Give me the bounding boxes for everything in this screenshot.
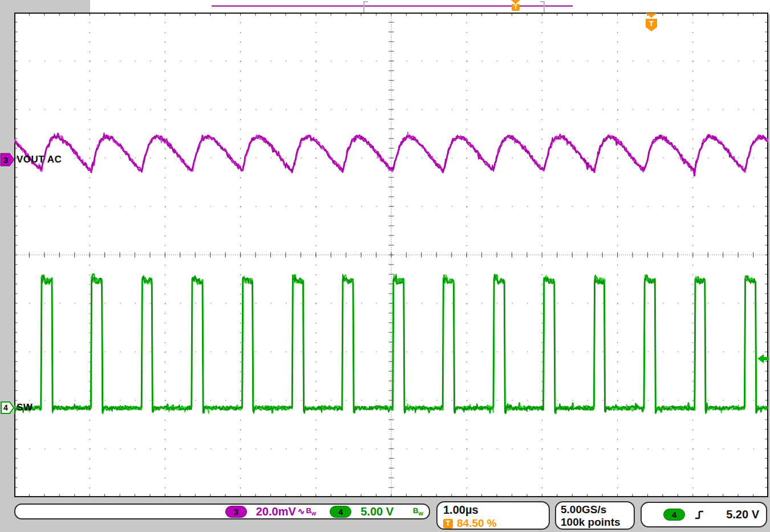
ch3-bandwidth-icon: BW [306, 506, 316, 517]
trigger-level-arrow-icon [757, 354, 769, 363]
ch4-marker-number: 4 [3, 403, 8, 412]
ch3-position-marker[interactable]: 3 [0, 153, 15, 167]
record-trigger-triangle-icon [511, 0, 520, 4]
rising-edge-icon [693, 509, 706, 521]
ch3-trace [14, 133, 768, 173]
window-start-bracket[interactable] [363, 1, 368, 14]
trigger-position-percent: 84.50 % [457, 517, 497, 530]
waveforms [14, 13, 768, 497]
time-per-div: 1.00µs [443, 503, 543, 517]
trigger-level: 5.20 V [726, 508, 759, 521]
graticule [14, 13, 768, 497]
window-end-bracket[interactable] [540, 1, 545, 14]
horizontal-readout-box[interactable]: 1.00µs T 84.50 % [436, 501, 550, 530]
ch4-trace-label: SW [17, 402, 33, 413]
trigger-t-badge-icon: T [443, 519, 453, 529]
ch3-badge[interactable]: 3 [225, 506, 247, 518]
trigger-readout-box[interactable]: 4 5.20 V [641, 502, 767, 527]
acquisition-readout-box[interactable]: 5.00GS/s 100k points [555, 501, 635, 530]
trigger-level-arrow[interactable] [756, 353, 770, 364]
ch4-badge[interactable]: 4 [330, 506, 351, 518]
record-trigger-t-icon: T [512, 4, 520, 11]
ch4-bandwidth-icon: BW [413, 506, 423, 517]
ac-coupling-icon: ∿ [298, 506, 305, 517]
oscilloscope-screen: { "colors":{"magenta":"#c000c0","green":… [0, 0, 770, 532]
ch3-trace [14, 132, 768, 173]
trigger-position-flag[interactable]: T [646, 13, 657, 31]
trigger-flag-triangle-icon [646, 13, 657, 18]
ch4-position-marker[interactable]: 4 [0, 401, 15, 415]
sample-rate: 5.00GS/s [561, 503, 629, 516]
ch3-trace-label: VOUT AC [17, 154, 62, 165]
ch3-marker-number: 3 [3, 155, 8, 165]
record-trigger-marker[interactable]: T [511, 0, 520, 11]
trigger-source-badge[interactable]: 4 [663, 509, 685, 521]
record-length: 100k points [561, 516, 629, 529]
ch3-scale: 20.0mV [256, 505, 296, 518]
trigger-flag-t-icon: T [646, 19, 657, 31]
channel-readouts-box[interactable]: 3 20.0mV ∿ BW 4 5.00 V BW [14, 503, 430, 519]
ch4-scale: 5.00 V [360, 505, 394, 518]
